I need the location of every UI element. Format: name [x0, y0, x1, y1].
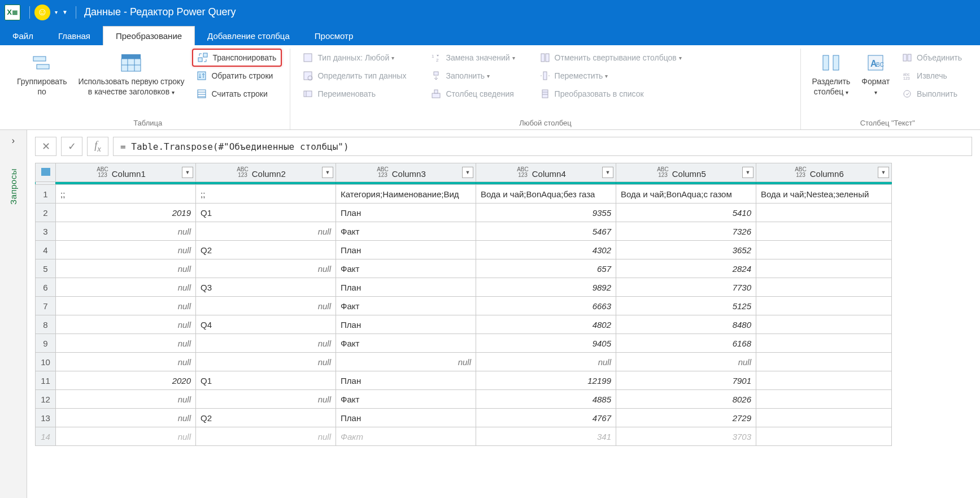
select-all-icon[interactable] [41, 168, 50, 176]
cell[interactable] [756, 241, 892, 259]
row-number[interactable]: 3 [36, 222, 56, 241]
cell[interactable]: null [196, 334, 336, 353]
cell[interactable]: Вода и чай;BonAqua;с газом [616, 185, 756, 203]
cell[interactable]: null [56, 259, 196, 278]
table-row[interactable]: 5nullnullФакт6572824 [36, 259, 892, 278]
row-number[interactable]: 4 [36, 241, 56, 259]
cell[interactable]: План [336, 409, 476, 427]
cell[interactable]: null [196, 259, 336, 278]
filter-dropdown-icon[interactable]: ▼ [462, 167, 473, 178]
row-number[interactable]: 2 [36, 203, 56, 222]
pivot-column-button[interactable]: Столбец сведения [426, 85, 519, 103]
table-row[interactable]: 1;;;;Категория;Наименование;ВидВода и ча… [36, 185, 892, 203]
accept-formula-button[interactable]: ✓ [61, 137, 82, 156]
cell[interactable]: null [56, 353, 196, 371]
cell[interactable] [756, 315, 892, 334]
cell[interactable] [756, 390, 892, 409]
filter-dropdown-icon[interactable]: ▼ [322, 167, 333, 178]
cell[interactable]: Факт [336, 334, 476, 353]
tab-home[interactable]: Главная [46, 27, 103, 45]
tab-view[interactable]: Просмотр [302, 27, 366, 45]
table-row[interactable]: 14nullnullФакт3413703 [36, 427, 892, 446]
cell[interactable]: 341 [476, 427, 616, 446]
cell[interactable]: 2824 [616, 259, 756, 278]
row-number[interactable]: 10 [36, 353, 56, 371]
cell[interactable]: null [56, 390, 196, 409]
cell[interactable]: Категория;Наименование;Вид [336, 185, 476, 203]
cell[interactable]: 3652 [616, 241, 756, 259]
cell[interactable]: Факт [336, 297, 476, 315]
cell[interactable]: Факт [336, 427, 476, 446]
detect-type-button[interactable]: Определить тип данных [298, 67, 411, 85]
table-row[interactable]: 4nullQ2План43023652 [36, 241, 892, 259]
cell[interactable]: 657 [476, 259, 616, 278]
cell[interactable]: 6663 [476, 297, 616, 315]
cell[interactable]: Q2 [196, 241, 336, 259]
cell[interactable]: 9405 [476, 334, 616, 353]
cell[interactable]: 2020 [56, 371, 196, 390]
split-column-button[interactable]: Разделить столбец ▾ [807, 49, 856, 100]
cell[interactable]: null [616, 353, 756, 371]
count-rows-button[interactable]: Считать строки [192, 85, 282, 103]
cell[interactable]: Q2 [196, 409, 336, 427]
table-row[interactable]: 12nullnullФакт48858026 [36, 390, 892, 409]
cell[interactable]: Факт [336, 390, 476, 409]
table-row[interactable]: 6nullQ3План98927730 [36, 278, 892, 297]
row-number[interactable]: 7 [36, 297, 56, 315]
cell[interactable]: 2019 [56, 203, 196, 222]
filter-dropdown-icon[interactable]: ▼ [182, 167, 193, 178]
cell[interactable]: null [476, 353, 616, 371]
cell[interactable]: 4885 [476, 390, 616, 409]
cell[interactable] [756, 297, 892, 315]
column-header[interactable]: ABC123Column1▼ [56, 163, 196, 182]
extract-button[interactable]: abc123 Извлечь [898, 67, 966, 85]
cell[interactable]: 7901 [616, 371, 756, 390]
cell[interactable]: Факт [336, 259, 476, 278]
cell[interactable] [756, 427, 892, 446]
table-row[interactable]: 13nullQ2План47672729 [36, 409, 892, 427]
column-header[interactable]: ABC123Column6▼ [756, 163, 892, 182]
parse-button[interactable]: Выполнить [898, 85, 966, 103]
group-by-button[interactable]: Группировать по [11, 49, 72, 100]
tab-transform[interactable]: Преобразование [103, 26, 195, 45]
use-first-row-headers-button[interactable]: Использовать первую строку в качестве за… [72, 49, 190, 100]
cell[interactable]: null [56, 278, 196, 297]
cell[interactable]: null [56, 427, 196, 446]
cell[interactable]: 7326 [616, 222, 756, 241]
filter-dropdown-icon[interactable]: ▼ [742, 167, 753, 178]
cell[interactable]: null [196, 427, 336, 446]
cell[interactable]: 4302 [476, 241, 616, 259]
merge-columns-button[interactable]: Объединить [898, 49, 966, 67]
data-grid[interactable]: ABC123Column1▼ABC123Column2▼ABC123Column… [35, 163, 892, 446]
cell[interactable]: 7730 [616, 278, 756, 297]
qat-customize-icon[interactable]: ▼ [62, 9, 68, 15]
cell[interactable]: null [56, 222, 196, 241]
cell[interactable] [756, 278, 892, 297]
cell[interactable]: null [56, 297, 196, 315]
cell[interactable]: 4802 [476, 315, 616, 334]
tab-file[interactable]: Файл [0, 27, 46, 45]
tab-add-column[interactable]: Добавление столбца [195, 27, 302, 45]
cell[interactable]: Q3 [196, 278, 336, 297]
cell[interactable]: null [196, 390, 336, 409]
table-row[interactable]: 8nullQ4План48028480 [36, 315, 892, 334]
row-number[interactable]: 6 [36, 278, 56, 297]
table-row[interactable]: 22019Q1План93555410 [36, 203, 892, 222]
cell[interactable]: План [336, 203, 476, 222]
to-list-button[interactable]: Преобразовать в список [535, 85, 686, 103]
cell[interactable]: 5467 [476, 222, 616, 241]
filter-dropdown-icon[interactable]: ▼ [878, 167, 889, 178]
data-type-button[interactable]: Тип данных: Любой▾ [298, 49, 411, 67]
queries-sidebar[interactable]: › Запросы [0, 130, 27, 498]
move-button[interactable]: Переместить▾ [535, 67, 686, 85]
smiley-icon[interactable]: ☺ [34, 5, 50, 20]
qat-dropdown-icon[interactable]: ▾ [55, 9, 58, 15]
cell[interactable]: План [336, 371, 476, 390]
cell[interactable]: null [336, 353, 476, 371]
cell[interactable] [756, 203, 892, 222]
expand-sidebar-icon[interactable]: › [12, 136, 15, 146]
cell[interactable]: План [336, 278, 476, 297]
table-row[interactable]: 112020Q1План121997901 [36, 371, 892, 390]
cell[interactable]: 12199 [476, 371, 616, 390]
table-row[interactable]: 3nullnullФакт54677326 [36, 222, 892, 241]
